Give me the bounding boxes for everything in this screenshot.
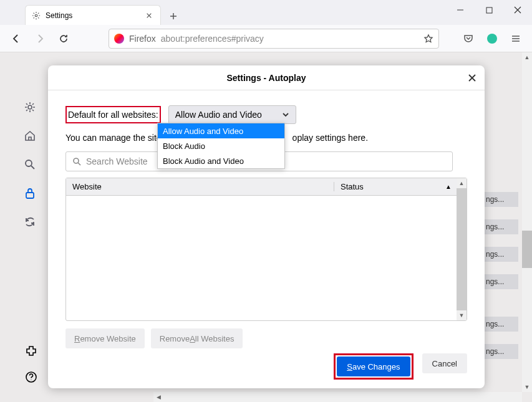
- sidebar-sync-icon[interactable]: [24, 216, 39, 231]
- background-buttons: ngs... ngs... ngs... ngs... ngs... ngs..…: [483, 192, 518, 359]
- peek-btn: ngs...: [483, 274, 518, 289]
- page-scrollbar[interactable]: [522, 52, 532, 392]
- sidebar-home-icon[interactable]: [24, 130, 39, 145]
- peek-btn: ngs...: [483, 344, 518, 359]
- search-icon: [72, 157, 81, 166]
- sidebar-search-icon[interactable]: [24, 158, 39, 173]
- dialog-header: Settings - Autoplay: [48, 65, 485, 90]
- remove-all-websites-button[interactable]: Remove All Websites: [151, 328, 243, 348]
- svg-point-6: [74, 158, 79, 163]
- url-bar[interactable]: Firefox about:preferences#privacy: [109, 29, 439, 49]
- search-placeholder: Search Website: [86, 156, 148, 166]
- dropdown-option-block-audio[interactable]: Block Audio: [158, 138, 284, 153]
- scroll-down-icon[interactable]: ▼: [522, 382, 532, 392]
- new-tab-button[interactable]: [165, 7, 182, 25]
- peek-btn: ngs...: [483, 317, 518, 332]
- extension-icon[interactable]: [482, 29, 502, 49]
- scroll-thumb[interactable]: [522, 231, 532, 268]
- forward-button[interactable]: [30, 29, 50, 49]
- sidebar-privacy-icon[interactable]: [24, 187, 39, 202]
- svg-point-3: [26, 160, 32, 166]
- dropdown-value: Allow Audio and Video: [175, 110, 262, 120]
- dropdown-option-allow-audio-video[interactable]: Allow Audio and Video: [158, 123, 284, 138]
- reload-button[interactable]: [54, 29, 74, 49]
- sidebar-general-icon[interactable]: [24, 101, 39, 116]
- url-identity: Firefox: [129, 34, 156, 44]
- maximize-button[interactable]: [475, 0, 503, 20]
- svg-rect-4: [26, 193, 34, 198]
- titlebar: Settings: [0, 0, 532, 25]
- dropdown-option-block-audio-video[interactable]: Block Audio and Video: [158, 153, 284, 168]
- table-scroll-down-icon[interactable]: ▼: [457, 310, 467, 320]
- back-button[interactable]: [6, 29, 26, 49]
- save-changes-button[interactable]: Save Changes: [337, 357, 410, 376]
- table-scrollbar[interactable]: ▲ ▼: [457, 178, 467, 320]
- table-header: Website Status ▲: [66, 178, 467, 196]
- svg-rect-1: [486, 7, 492, 13]
- column-status[interactable]: Status ▲: [334, 182, 467, 191]
- peek-btn: ngs...: [483, 247, 518, 262]
- menu-icon[interactable]: [506, 29, 526, 49]
- window-controls: [446, 0, 532, 20]
- browser-toolbar: Firefox about:preferences#privacy: [0, 25, 532, 52]
- cancel-button[interactable]: Cancel: [422, 353, 467, 373]
- default-autoplay-dropdown[interactable]: Allow Audio and Video: [168, 105, 296, 124]
- close-window-button[interactable]: [503, 0, 532, 20]
- close-tab-icon[interactable]: [144, 11, 154, 21]
- autoplay-settings-dialog: Settings - Autoplay Default for all webs…: [48, 65, 485, 388]
- gear-icon: [32, 11, 41, 20]
- sidebar-extensions-icon[interactable]: [25, 345, 37, 357]
- browser-tab[interactable]: Settings: [25, 5, 161, 25]
- horizontal-scrollbar[interactable]: ◀: [153, 392, 522, 402]
- sidebar-help-icon[interactable]: [25, 371, 37, 383]
- firefox-logo-icon: [114, 34, 124, 44]
- peek-btn: ngs...: [483, 219, 518, 234]
- svg-point-0: [35, 14, 37, 17]
- column-website[interactable]: Website: [66, 182, 334, 191]
- website-table: Website Status ▲ ▲ ▼: [65, 178, 467, 321]
- dialog-title: Settings - Autoplay: [226, 73, 306, 83]
- dropdown-menu: Allow Audio and Video Block Audio Block …: [157, 123, 285, 169]
- table-scroll-thumb[interactable]: [457, 188, 467, 310]
- url-text: about:preferences#privacy: [161, 34, 264, 44]
- dialog-close-button[interactable]: [465, 70, 480, 85]
- dialog-body: Default for all websites: Allow Audio an…: [48, 90, 485, 388]
- table-scroll-up-icon[interactable]: ▲: [457, 178, 467, 188]
- default-label: Default for all websites:: [65, 106, 161, 123]
- svg-point-2: [28, 105, 32, 109]
- tab-title: Settings: [46, 11, 72, 20]
- scroll-up-icon[interactable]: ▲: [522, 52, 532, 62]
- pocket-icon[interactable]: [458, 29, 478, 49]
- bookmark-star-icon[interactable]: [423, 34, 433, 44]
- minimize-button[interactable]: [446, 0, 475, 20]
- sort-indicator-icon: ▲: [445, 183, 452, 190]
- peek-btn: ngs...: [483, 192, 518, 207]
- chevron-down-icon: [282, 111, 289, 118]
- remove-website-button[interactable]: Remove Website: [65, 328, 145, 348]
- save-highlight: Save Changes: [334, 353, 413, 380]
